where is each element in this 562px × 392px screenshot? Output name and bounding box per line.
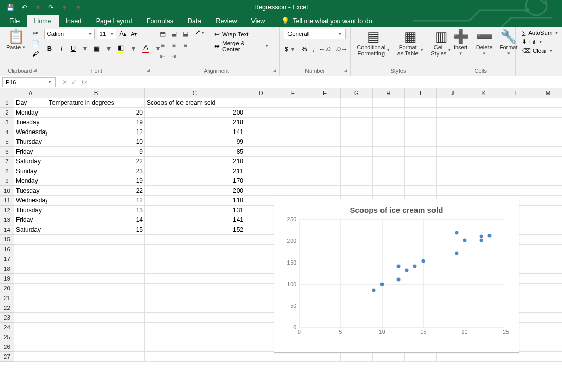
data-point[interactable] (479, 234, 483, 238)
cell[interactable] (532, 245, 562, 254)
tell-me-search[interactable]: 💡 Tell me what you want to do (276, 15, 377, 27)
cell[interactable] (341, 352, 373, 362)
font-name-select[interactable]: Calibri▼ (44, 29, 95, 39)
row-header[interactable]: 3 (0, 118, 14, 127)
cell[interactable]: 20 (47, 108, 145, 118)
cell[interactable] (245, 254, 277, 264)
cell[interactable]: Friday (14, 147, 47, 157)
align-top-icon[interactable]: ⬒ (157, 29, 168, 39)
row-header[interactable]: 2 (0, 108, 14, 118)
row-header[interactable]: 22 (0, 303, 14, 313)
cell[interactable] (47, 264, 145, 274)
cell[interactable]: 99 (145, 137, 245, 147)
cell[interactable]: Tuesday (14, 118, 47, 127)
cell[interactable]: 19 (47, 118, 145, 127)
cell[interactable] (405, 176, 437, 186)
cell[interactable] (245, 98, 277, 108)
cell[interactable]: Tuesday (14, 186, 47, 196)
cell[interactable] (341, 127, 373, 137)
column-header[interactable]: E (277, 88, 309, 98)
cell[interactable] (14, 245, 47, 254)
cell[interactable]: 110 (145, 196, 245, 206)
cell[interactable] (245, 342, 277, 352)
qat-customize-icon[interactable]: ▼ (75, 4, 82, 11)
cell[interactable] (532, 235, 562, 245)
cell[interactable]: Wednesday (14, 196, 47, 206)
cell[interactable] (532, 293, 562, 303)
undo-icon[interactable]: ↶ (22, 4, 27, 11)
cell[interactable] (245, 118, 277, 127)
cell[interactable] (47, 323, 145, 332)
cell[interactable]: 12 (47, 127, 145, 137)
format-painter-icon[interactable]: 🖌 (31, 49, 40, 59)
align-middle-icon[interactable]: ⬓ (169, 29, 179, 39)
cell[interactable] (341, 166, 373, 176)
cell[interactable] (14, 303, 47, 313)
cell[interactable] (245, 245, 277, 254)
row-header[interactable]: 5 (0, 137, 14, 147)
cell[interactable] (468, 166, 500, 176)
cell[interactable] (532, 196, 562, 206)
cell[interactable] (532, 176, 562, 186)
cell[interactable]: Sunday (14, 166, 47, 176)
row-header[interactable]: 12 (0, 206, 14, 215)
cell[interactable] (14, 264, 47, 274)
format-as-table-button[interactable]: ▦Format as Table▼ (395, 29, 426, 58)
row-header[interactable]: 16 (0, 245, 14, 254)
cell[interactable] (341, 176, 373, 186)
cell[interactable] (437, 147, 468, 157)
cell[interactable]: 200 (145, 108, 245, 118)
fill-color-dropdown-icon[interactable]: ▼ (128, 43, 138, 53)
cell[interactable] (341, 147, 373, 157)
cell[interactable] (405, 137, 437, 147)
cell[interactable] (437, 176, 468, 186)
data-point[interactable] (455, 252, 458, 255)
insert-cells-button[interactable]: ➕Insert▼ (450, 29, 471, 57)
cell[interactable] (437, 137, 468, 147)
cell[interactable] (373, 176, 405, 186)
increase-font-icon[interactable]: A▴ (118, 30, 128, 38)
cell[interactable] (468, 137, 500, 147)
cell[interactable] (341, 157, 373, 166)
delete-cells-button[interactable]: ➖Delete▼ (474, 29, 495, 57)
cell[interactable] (245, 323, 277, 332)
row-header[interactable]: 14 (0, 225, 14, 235)
data-point[interactable] (479, 239, 483, 242)
cell[interactable]: 170 (145, 176, 245, 186)
row-header[interactable]: 15 (0, 235, 14, 245)
cell[interactable]: Thursday (14, 206, 47, 215)
cell[interactable] (468, 127, 500, 137)
cell[interactable] (277, 98, 309, 108)
cell[interactable] (341, 98, 373, 108)
cell[interactable] (309, 127, 341, 137)
cell[interactable] (532, 98, 562, 108)
cell[interactable] (437, 166, 468, 176)
row-header[interactable]: 11 (0, 196, 14, 206)
row-header[interactable]: 18 (0, 264, 14, 274)
cell[interactable]: 9 (47, 147, 145, 157)
cell[interactable] (309, 157, 341, 166)
cell[interactable] (14, 293, 47, 303)
cell[interactable] (47, 303, 145, 313)
cell[interactable] (405, 98, 437, 108)
row-header[interactable]: 9 (0, 176, 14, 186)
insert-function-icon[interactable]: ƒx (81, 79, 87, 86)
row-header[interactable]: 13 (0, 215, 14, 225)
cell[interactable] (309, 186, 341, 196)
cell[interactable] (277, 166, 309, 176)
cell[interactable]: 19 (47, 176, 145, 186)
cell[interactable] (532, 147, 562, 157)
cell[interactable] (468, 352, 500, 362)
cell[interactable] (532, 323, 562, 332)
cell[interactable] (468, 118, 500, 127)
row-header[interactable]: 23 (0, 313, 14, 323)
cell[interactable] (532, 206, 562, 215)
row-header[interactable]: 26 (0, 342, 14, 352)
data-point[interactable] (463, 239, 466, 242)
cell[interactable]: Saturday (14, 157, 47, 166)
cell[interactable] (145, 245, 245, 254)
cell[interactable] (145, 342, 245, 352)
cell[interactable] (245, 206, 277, 215)
cell[interactable] (14, 323, 47, 332)
cell[interactable]: Wednesday (14, 127, 47, 137)
